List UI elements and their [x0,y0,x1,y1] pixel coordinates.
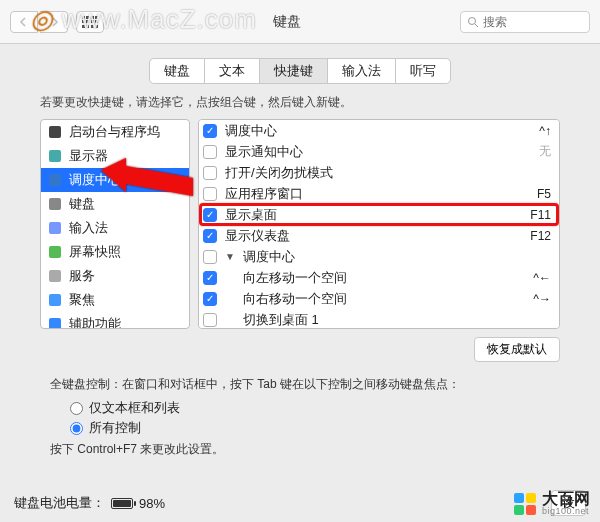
search-field[interactable] [460,11,590,33]
sidebar-item-label: 输入法 [69,219,108,237]
shortcut-label: 应用程序窗口 [225,185,529,203]
sidebar-item-label: 显示器 [69,147,108,165]
tab-4[interactable]: 听写 [396,59,450,83]
tabs: 键盘文本快捷键输入法听写 [0,58,600,84]
keyboard-battery: 键盘电池电量： 98% [14,494,165,512]
sidebar-item-keyboard[interactable]: 键盘 [41,192,189,216]
shortcut-label: 显示桌面 [225,206,522,224]
svg-rect-6 [49,222,61,234]
tab-0[interactable]: 键盘 [150,59,205,83]
grid-icon [82,16,99,28]
svg-rect-3 [49,150,61,162]
svg-rect-8 [49,270,61,282]
keyboard-icon [47,196,63,212]
tab-2[interactable]: 快捷键 [260,59,328,83]
sidebar-item-display[interactable]: 显示器 [41,144,189,168]
battery-label: 键盘电池电量： [14,494,105,512]
sidebar-item-mission[interactable]: 调度中心 [41,168,189,192]
svg-rect-10 [49,318,61,329]
search-input[interactable] [483,15,573,29]
checkbox[interactable] [203,208,217,222]
sidebar-item-label: 启动台与程序坞 [69,123,160,141]
radio-all-controls[interactable]: 所有控制 [70,419,530,437]
sidebar-item-label: 辅助功能 [69,315,121,329]
shortcut-row[interactable]: 向左移动一个空间^← [199,267,559,288]
shortcut-key: ^↑ [539,124,551,138]
sidebar-item-input[interactable]: 输入法 [41,216,189,240]
forward-button[interactable] [40,11,68,33]
shortcut-label: 调度中心 [243,248,543,266]
display-icon [47,148,63,164]
shortcut-row[interactable]: 向右移动一个空间^→ [199,288,559,309]
sidebar-item-launchpad[interactable]: 启动台与程序坞 [41,120,189,144]
svg-point-0 [469,17,476,24]
show-all-button[interactable] [76,11,104,33]
checkbox[interactable] [203,250,217,264]
shortcut-row[interactable]: 切换到桌面 1 [199,309,559,329]
services-icon [47,268,63,284]
radio-text-only[interactable]: 仅文本框和列表 [70,399,530,417]
svg-rect-5 [49,198,61,210]
shortcut-row[interactable]: ▼调度中心 [199,246,559,267]
tab-3[interactable]: 输入法 [328,59,396,83]
svg-rect-2 [49,126,61,138]
mission-icon [47,172,63,188]
sidebar-item-screenshot[interactable]: 屏幕快照 [41,240,189,264]
shortcut-row[interactable]: 调度中心^↑ [199,120,559,141]
checkbox[interactable] [203,229,217,243]
input-icon [47,220,63,236]
sidebar-item-label: 聚焦 [69,291,95,309]
sidebar-item-label: 调度中心 [69,171,121,189]
checkbox[interactable] [203,271,217,285]
sub-hint: 按下 Control+F7 来更改此设置。 [50,441,550,458]
shortcut-list[interactable]: 调度中心^↑显示通知中心无打开/关闭勿扰模式应用程序窗口F5显示桌面F11显示仪… [198,119,560,329]
shortcut-key: F12 [530,229,551,243]
shortcut-label: 切换到桌面 1 [225,311,543,329]
checkbox[interactable] [203,187,217,201]
shortcut-label: 显示通知中心 [225,143,531,161]
shortcut-row[interactable]: 应用程序窗口F5 [199,183,559,204]
checkbox[interactable] [203,145,217,159]
shortcut-label: 打开/关闭勿扰模式 [225,164,543,182]
shortcut-label: 向左移动一个空间 [225,269,525,287]
svg-rect-7 [49,246,61,258]
sidebar-item-accessibility[interactable]: 辅助功能 [41,312,189,329]
launchpad-icon [47,124,63,140]
sidebar-item-label: 服务 [69,267,95,285]
spotlight-icon [47,292,63,308]
tab-1[interactable]: 文本 [205,59,260,83]
setup-button[interactable]: 设 [551,490,586,516]
restore-defaults-button[interactable]: 恢复成默认 [474,337,560,362]
screenshot-icon [47,244,63,260]
svg-rect-9 [49,294,61,306]
sidebar-item-label: 屏幕快照 [69,243,121,261]
battery-percent: 98% [139,496,165,511]
shortcut-key: ^← [533,271,551,285]
shortcut-row[interactable]: 显示仪表盘F12 [199,225,559,246]
sidebar-item-services[interactable]: 服务 [41,264,189,288]
radio-label: 仅文本框和列表 [89,399,180,417]
sidebar-item-spotlight[interactable]: 聚焦 [41,288,189,312]
chevron-down-icon: ▼ [225,251,235,262]
accessibility-icon [47,316,63,329]
back-button[interactable] [10,11,38,33]
shortcut-key: F5 [537,187,551,201]
checkbox[interactable] [203,124,217,138]
checkbox[interactable] [203,166,217,180]
restore-row: 恢复成默认 [40,337,560,362]
shortcut-row[interactable]: 显示桌面F11 [199,204,559,225]
sidebar-item-label: 键盘 [69,195,95,213]
shortcut-row[interactable]: 打开/关闭勿扰模式 [199,162,559,183]
panels: 启动台与程序坞显示器调度中心键盘输入法屏幕快照服务聚焦辅助功能应用快捷键 调度中… [40,119,560,329]
checkbox[interactable] [203,292,217,306]
search-icon [467,16,479,28]
edit-hint: 若要更改快捷键，请选择它，点按组合键，然后键入新键。 [40,94,560,111]
footer: 键盘电池电量： 98% 设 [0,490,600,516]
shortcut-label: 显示仪表盘 [225,227,522,245]
radio-group: 仅文本框和列表 所有控制 [70,399,530,437]
shortcut-row[interactable]: 显示通知中心无 [199,141,559,162]
category-list[interactable]: 启动台与程序坞显示器调度中心键盘输入法屏幕快照服务聚焦辅助功能应用快捷键 [40,119,190,329]
full-keyboard-line: 全键盘控制：在窗口和对话框中，按下 Tab 键在以下控制之间移动键盘焦点： [50,376,550,393]
checkbox[interactable] [203,313,217,327]
battery-icon [111,498,133,509]
